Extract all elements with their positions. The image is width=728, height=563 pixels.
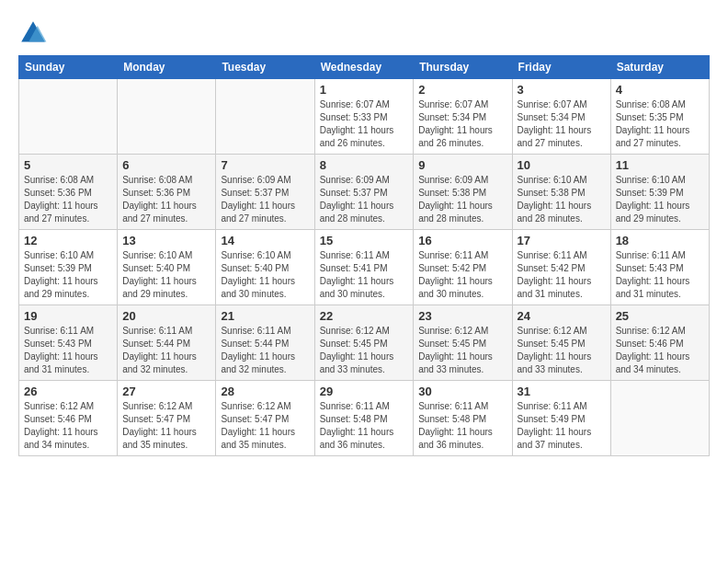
calendar-cell: 11Sunrise: 6:10 AMSunset: 5:39 PMDayligh… — [610, 155, 709, 230]
day-number: 21 — [221, 309, 309, 323]
calendar: SundayMondayTuesdayWednesdayThursdayFrid… — [18, 55, 710, 456]
calendar-cell: 21Sunrise: 6:11 AMSunset: 5:44 PMDayligh… — [216, 305, 314, 381]
day-info: Sunrise: 6:11 AMSunset: 5:43 PMDaylight:… — [24, 325, 112, 376]
calendar-cell: 5Sunrise: 6:08 AMSunset: 5:36 PMDaylight… — [19, 155, 118, 230]
calendar-week-row: 5Sunrise: 6:08 AMSunset: 5:36 PMDaylight… — [19, 155, 710, 230]
calendar-cell: 23Sunrise: 6:12 AMSunset: 5:45 PMDayligh… — [414, 305, 512, 381]
calendar-cell: 14Sunrise: 6:10 AMSunset: 5:40 PMDayligh… — [216, 230, 314, 305]
calendar-cell: 27Sunrise: 6:12 AMSunset: 5:47 PMDayligh… — [118, 381, 216, 456]
day-info: Sunrise: 6:07 AMSunset: 5:34 PMDaylight:… — [518, 98, 606, 150]
calendar-cell: 12Sunrise: 6:10 AMSunset: 5:39 PMDayligh… — [19, 230, 118, 305]
calendar-cell — [216, 79, 314, 155]
calendar-cell: 22Sunrise: 6:12 AMSunset: 5:45 PMDayligh… — [314, 305, 414, 381]
day-number: 31 — [518, 385, 606, 398]
page: SundayMondayTuesdayWednesdayThursdayFrid… — [0, 0, 728, 563]
day-info: Sunrise: 6:11 AMSunset: 5:43 PMDaylight:… — [616, 249, 704, 301]
calendar-cell: 30Sunrise: 6:11 AMSunset: 5:48 PMDayligh… — [414, 381, 512, 456]
day-info: Sunrise: 6:08 AMSunset: 5:36 PMDaylight:… — [24, 174, 112, 225]
day-number: 2 — [418, 83, 506, 97]
weekday-header: Monday — [118, 56, 216, 79]
day-info: Sunrise: 6:11 AMSunset: 5:44 PMDaylight:… — [122, 325, 210, 376]
calendar-cell: 9Sunrise: 6:09 AMSunset: 5:38 PMDaylight… — [414, 155, 512, 230]
calendar-cell: 18Sunrise: 6:11 AMSunset: 5:43 PMDayligh… — [610, 230, 709, 305]
day-number: 5 — [24, 158, 112, 172]
calendar-week-row: 19Sunrise: 6:11 AMSunset: 5:43 PMDayligh… — [19, 305, 710, 381]
day-number: 17 — [518, 234, 606, 247]
header — [18, 15, 710, 48]
day-info: Sunrise: 6:10 AMSunset: 5:40 PMDaylight:… — [221, 249, 309, 301]
day-info: Sunrise: 6:10 AMSunset: 5:38 PMDaylight:… — [518, 174, 606, 225]
day-number: 23 — [418, 309, 506, 323]
day-number: 14 — [221, 234, 309, 247]
calendar-cell — [19, 79, 118, 155]
day-number: 22 — [320, 309, 409, 323]
calendar-cell: 16Sunrise: 6:11 AMSunset: 5:42 PMDayligh… — [414, 230, 512, 305]
calendar-cell: 10Sunrise: 6:10 AMSunset: 5:38 PMDayligh… — [512, 155, 610, 230]
calendar-week-row: 1Sunrise: 6:07 AMSunset: 5:33 PMDaylight… — [19, 79, 710, 155]
day-info: Sunrise: 6:11 AMSunset: 5:41 PMDaylight:… — [320, 249, 409, 301]
day-number: 8 — [320, 158, 409, 172]
day-info: Sunrise: 6:10 AMSunset: 5:40 PMDaylight:… — [122, 249, 210, 301]
day-number: 18 — [616, 234, 704, 247]
weekday-header: Thursday — [414, 56, 512, 79]
day-info: Sunrise: 6:11 AMSunset: 5:42 PMDaylight:… — [518, 249, 606, 301]
day-number: 10 — [518, 158, 606, 172]
day-number: 13 — [122, 234, 210, 247]
day-number: 6 — [122, 158, 210, 172]
day-info: Sunrise: 6:10 AMSunset: 5:39 PMDaylight:… — [616, 174, 704, 225]
calendar-cell: 6Sunrise: 6:08 AMSunset: 5:36 PMDaylight… — [118, 155, 216, 230]
day-info: Sunrise: 6:11 AMSunset: 5:44 PMDaylight:… — [221, 325, 309, 376]
calendar-cell — [118, 79, 216, 155]
day-info: Sunrise: 6:11 AMSunset: 5:48 PMDaylight:… — [418, 400, 506, 452]
calendar-cell: 8Sunrise: 6:09 AMSunset: 5:37 PMDaylight… — [314, 155, 414, 230]
day-number: 7 — [221, 158, 309, 172]
day-info: Sunrise: 6:11 AMSunset: 5:49 PMDaylight:… — [518, 400, 606, 452]
day-number: 16 — [418, 234, 506, 247]
day-number: 24 — [518, 309, 606, 323]
weekday-header: Saturday — [610, 56, 709, 79]
day-info: Sunrise: 6:12 AMSunset: 5:45 PMDaylight:… — [518, 325, 606, 376]
day-number: 3 — [518, 83, 606, 97]
day-info: Sunrise: 6:08 AMSunset: 5:35 PMDaylight:… — [616, 98, 704, 150]
day-number: 19 — [24, 309, 112, 323]
day-number: 12 — [24, 234, 112, 247]
day-number: 9 — [418, 158, 506, 172]
calendar-cell: 2Sunrise: 6:07 AMSunset: 5:34 PMDaylight… — [414, 79, 512, 155]
calendar-cell: 15Sunrise: 6:11 AMSunset: 5:41 PMDayligh… — [314, 230, 414, 305]
calendar-cell: 4Sunrise: 6:08 AMSunset: 5:35 PMDaylight… — [610, 79, 709, 155]
calendar-week-row: 12Sunrise: 6:10 AMSunset: 5:39 PMDayligh… — [19, 230, 710, 305]
calendar-cell: 26Sunrise: 6:12 AMSunset: 5:46 PMDayligh… — [19, 381, 118, 456]
day-number: 30 — [418, 385, 506, 398]
calendar-cell: 25Sunrise: 6:12 AMSunset: 5:46 PMDayligh… — [610, 305, 709, 381]
day-info: Sunrise: 6:12 AMSunset: 5:45 PMDaylight:… — [418, 325, 506, 376]
day-number: 1 — [320, 83, 409, 97]
calendar-cell: 17Sunrise: 6:11 AMSunset: 5:42 PMDayligh… — [512, 230, 610, 305]
calendar-cell: 20Sunrise: 6:11 AMSunset: 5:44 PMDayligh… — [118, 305, 216, 381]
day-info: Sunrise: 6:12 AMSunset: 5:47 PMDaylight:… — [221, 400, 309, 452]
day-info: Sunrise: 6:12 AMSunset: 5:47 PMDaylight:… — [122, 400, 210, 452]
calendar-cell: 29Sunrise: 6:11 AMSunset: 5:48 PMDayligh… — [314, 381, 414, 456]
day-number: 26 — [24, 385, 112, 398]
day-number: 28 — [221, 385, 309, 398]
calendar-cell — [610, 381, 709, 456]
day-number: 15 — [320, 234, 409, 247]
calendar-cell: 28Sunrise: 6:12 AMSunset: 5:47 PMDayligh… — [216, 381, 314, 456]
day-info: Sunrise: 6:12 AMSunset: 5:46 PMDaylight:… — [616, 325, 704, 376]
day-info: Sunrise: 6:07 AMSunset: 5:33 PMDaylight:… — [320, 98, 409, 150]
day-info: Sunrise: 6:11 AMSunset: 5:42 PMDaylight:… — [418, 249, 506, 301]
day-info: Sunrise: 6:09 AMSunset: 5:37 PMDaylight:… — [221, 174, 309, 225]
day-number: 4 — [616, 83, 704, 97]
logo — [18, 18, 51, 48]
weekday-header: Wednesday — [314, 56, 414, 79]
weekday-header-row: SundayMondayTuesdayWednesdayThursdayFrid… — [19, 56, 710, 79]
calendar-cell: 19Sunrise: 6:11 AMSunset: 5:43 PMDayligh… — [19, 305, 118, 381]
day-number: 20 — [122, 309, 210, 323]
weekday-header: Friday — [512, 56, 610, 79]
weekday-header: Tuesday — [216, 56, 314, 79]
day-info: Sunrise: 6:09 AMSunset: 5:37 PMDaylight:… — [320, 174, 409, 225]
day-number: 25 — [616, 309, 704, 323]
day-number: 27 — [122, 385, 210, 398]
calendar-cell: 1Sunrise: 6:07 AMSunset: 5:33 PMDaylight… — [314, 79, 414, 155]
day-number: 29 — [320, 385, 409, 398]
weekday-header: Sunday — [19, 56, 118, 79]
